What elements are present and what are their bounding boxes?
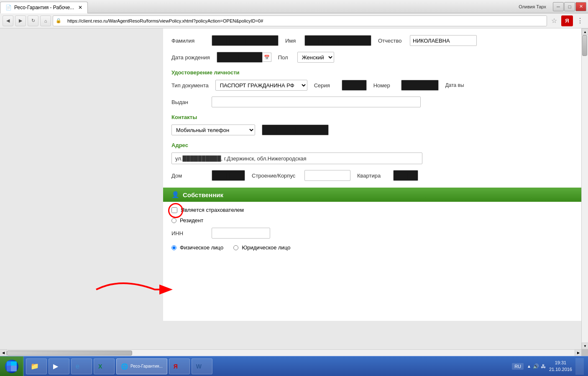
minimize-button[interactable]: ─ xyxy=(553,2,564,11)
address-input[interactable] xyxy=(171,152,422,164)
taskbar-excel-icon: X xyxy=(98,363,102,370)
address-full-row xyxy=(171,152,580,164)
taskbar-right: RU ▲ 🔊 🖧 19:31 21.10.2016 xyxy=(508,358,588,375)
adres-title: Адрес xyxy=(171,142,580,148)
yuridicheskoe-radio[interactable] xyxy=(233,245,238,250)
menu-button[interactable]: ⋮ xyxy=(575,15,585,26)
taskbar-tray: ▲ 🔊 🖧 xyxy=(527,363,546,369)
seriya-input[interactable] xyxy=(342,80,367,91)
horizontal-scrollbar[interactable]: ◀ ▶ xyxy=(0,349,581,356)
udostoverenie-title: Удостоверение личности xyxy=(163,69,588,76)
strahovatel-label: Является страхователем xyxy=(181,207,244,213)
bookmark-button[interactable]: ☆ xyxy=(549,15,560,26)
fizicheskoe-radio[interactable] xyxy=(171,245,176,250)
scroll-left-button[interactable]: ◀ xyxy=(0,350,7,356)
strahovatel-row: Является страхователем xyxy=(171,207,580,213)
forward-button[interactable]: ▶ xyxy=(15,15,26,26)
taskbar-item-media[interactable]: ▶ xyxy=(49,358,69,374)
stroenie-input[interactable] xyxy=(304,170,350,181)
data-rozhdeniya-label: Дата рождения xyxy=(171,54,210,61)
scroll-up-button[interactable]: ▲ xyxy=(582,28,588,35)
vydan-label: Выдан xyxy=(171,99,205,105)
document-row: Тип документа ПАСПОРТ ГРАЖДАНИНА РФ Сери… xyxy=(171,80,580,91)
tip-dokumenta-select[interactable]: ПАСПОРТ ГРАЖДАНИНА РФ xyxy=(215,80,307,91)
back-button[interactable]: ◀ xyxy=(3,15,13,26)
calendar-icon[interactable]: 📅 xyxy=(262,53,271,62)
taskbar-word-icon: W xyxy=(196,363,202,370)
close-button[interactable]: ✕ xyxy=(575,2,586,11)
sobstvennik-icon: 👤 xyxy=(171,191,179,198)
tray-arrow[interactable]: ▲ xyxy=(527,364,531,368)
taskbar-media-icon: ▶ xyxy=(53,362,58,370)
taskbar-ie-icon: e xyxy=(76,363,79,370)
dom-input[interactable] xyxy=(212,170,245,181)
sobstvennik-title: Собственник xyxy=(183,191,223,198)
taskbar-chrome-label: Ресо-Гарантия... xyxy=(130,364,163,368)
otchestvo-input[interactable] xyxy=(410,35,477,46)
refresh-button[interactable]: ↻ xyxy=(28,15,38,26)
scrollbar-track[interactable]: ▲ ▼ xyxy=(581,28,588,349)
taskbar-chrome-icon: 🌐 xyxy=(121,363,128,370)
tray-network: 🖧 xyxy=(541,363,546,369)
yuridicheskoe-label: Юридическое лицо xyxy=(242,244,290,251)
taskbar-item-word[interactable]: W xyxy=(192,358,212,374)
birth-date-input[interactable] xyxy=(217,52,263,63)
window-controls: ─ □ ✕ xyxy=(553,2,588,11)
imya-label: Имя xyxy=(285,38,298,44)
tab-title: Ресо-Гарантия - Рабоче... xyxy=(14,5,74,10)
vydan-input[interactable] xyxy=(212,97,421,107)
main-content: Фамилия Имя Отчество Дата рождения 📅 Пол… xyxy=(0,28,588,349)
nomer-input[interactable] xyxy=(401,80,439,91)
rezident-label: Резидент xyxy=(180,217,203,224)
url-input[interactable] xyxy=(64,16,547,26)
kontakty-section: Контакты xyxy=(171,114,580,120)
start-button[interactable] xyxy=(0,356,23,376)
birth-row: Дата рождения 📅 Пол Женский Мужской xyxy=(171,52,580,63)
lico-type-row: Физическое лицо Юридическое лицо xyxy=(171,244,580,251)
show-desktop-button[interactable] xyxy=(575,358,584,375)
taskbar-item-filemanager[interactable]: 📁 xyxy=(26,358,47,374)
yandex-button[interactable]: Я xyxy=(561,15,573,26)
taskbar-yandex-icon: Я xyxy=(174,363,178,370)
strahovatel-checkbox-wrapper xyxy=(171,207,177,213)
telefon-type-select[interactable]: Мобильный телефон Домашний телефон Рабоч… xyxy=(171,124,255,135)
hscrollbar-thumb[interactable] xyxy=(7,351,132,356)
otchestvo-label: Отчество xyxy=(378,38,403,44)
clock-time: 19:31 xyxy=(549,360,572,366)
telefon-row: Мобильный телефон Домашний телефон Рабоч… xyxy=(171,124,580,135)
taskbar-item-chrome[interactable]: 🌐 Ресо-Гарантия... xyxy=(116,358,167,374)
imya-input[interactable] xyxy=(304,35,371,46)
dom-label: Дом xyxy=(171,173,205,179)
sobstvennik-header: 👤 Собственник xyxy=(163,188,588,202)
familiya-input[interactable] xyxy=(212,35,279,46)
pol-label: Пол xyxy=(278,54,291,61)
taskbar-items: 📁 ▶ e X 🌐 Ресо-Гарантия... Я W xyxy=(23,358,508,374)
rezident-radio[interactable] xyxy=(171,218,176,223)
inn-label: ИНН xyxy=(171,230,205,236)
strahovatel-checkbox[interactable] xyxy=(171,207,177,213)
taskbar-item-excel[interactable]: X xyxy=(94,358,115,374)
browser-tab[interactable]: 📄 Ресо-Гарантия - Рабоче... ✕ xyxy=(0,2,88,13)
tray-sound: 🔊 xyxy=(533,363,539,369)
taskbar-item-yandex[interactable]: Я xyxy=(169,358,190,374)
titlebar: 📄 Ресо-Гарантия - Рабоче... ✕ Оливия Тар… xyxy=(0,0,588,13)
data-vydachi-label: Дата вы xyxy=(445,82,470,88)
udostoverenie-section: Удостоверение личности xyxy=(163,69,588,76)
adres-section: Адрес xyxy=(171,142,580,148)
scroll-down-button[interactable]: ▼ xyxy=(582,343,588,349)
user-info: Оливия Тарх xyxy=(519,4,550,9)
tab-close[interactable]: ✕ xyxy=(78,5,82,10)
scrollbar-thumb[interactable] xyxy=(582,35,587,56)
kvartira-input[interactable] xyxy=(393,170,418,181)
familiya-label: Фамилия xyxy=(171,38,205,44)
taskbar-item-ie[interactable]: e xyxy=(71,358,92,374)
pol-select[interactable]: Женский Мужской xyxy=(297,52,334,63)
inn-input[interactable] xyxy=(212,228,270,239)
home-button[interactable]: ⌂ xyxy=(40,15,51,26)
maximize-button[interactable]: □ xyxy=(564,2,575,11)
taskbar-clock[interactable]: 19:31 21.10.2016 xyxy=(549,360,572,373)
telefon-input[interactable] xyxy=(262,124,329,135)
name-row: Фамилия Имя Отчество xyxy=(171,35,580,46)
taskbar-filemanager-icon: 📁 xyxy=(31,362,39,370)
scroll-right-button[interactable]: ▶ xyxy=(575,350,581,356)
